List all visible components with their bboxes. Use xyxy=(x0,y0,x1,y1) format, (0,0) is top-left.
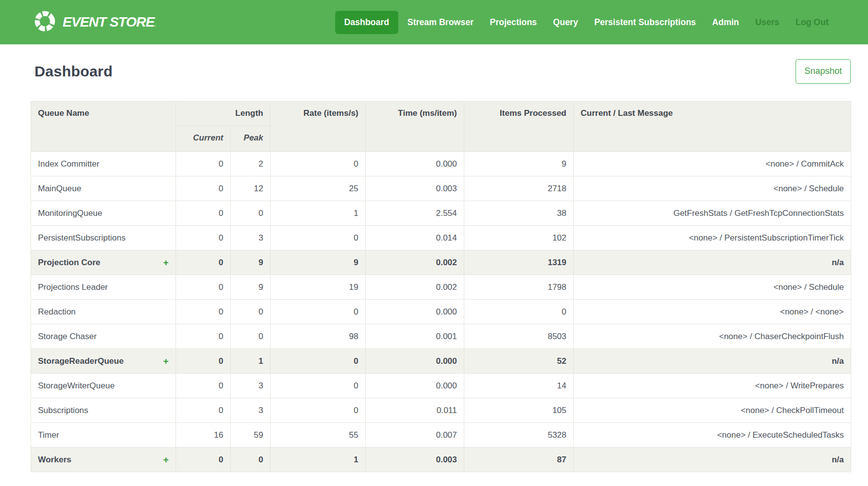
col-header-peak: Peak xyxy=(231,126,271,152)
col-header-time: Time (ms/item) xyxy=(366,102,464,152)
items-processed-cell: 2718 xyxy=(464,176,574,201)
queue-name-cell: Timer + xyxy=(31,423,176,448)
queue-name-cell: StorageWriterQueue + xyxy=(31,374,176,398)
page-content: Dashboard Snapshot Queue Name Length Rat… xyxy=(0,58,868,472)
length-current-cell: 0 xyxy=(176,349,231,374)
nav-item-admin[interactable]: Admin xyxy=(705,11,746,34)
length-current-cell: 0 xyxy=(176,275,231,300)
queue-table: Queue Name Length Rate (items/s) Time (m… xyxy=(31,101,851,472)
length-peak-cell: 2 xyxy=(231,152,271,176)
time-cell: 0.002 xyxy=(366,250,464,275)
queue-name: StorageWriterQueue xyxy=(38,381,115,391)
title-row: Dashboard Snapshot xyxy=(31,58,851,85)
items-processed-cell: 102 xyxy=(464,226,574,250)
table-row: Storage Chaser + 0 0 98 0.001 8503 <none… xyxy=(31,324,851,349)
rate-cell: 0 xyxy=(271,300,366,324)
rate-cell: 25 xyxy=(271,176,366,201)
time-cell: 0.011 xyxy=(366,398,464,423)
time-cell: 0.003 xyxy=(366,448,464,472)
snapshot-button[interactable]: Snapshot xyxy=(796,59,851,84)
time-cell: 0.003 xyxy=(366,176,464,201)
queue-name-cell: Redaction + xyxy=(31,300,176,324)
queue-table-header: Queue Name Length Rate (items/s) Time (m… xyxy=(31,102,851,152)
nav-item-users[interactable]: Users xyxy=(748,11,786,34)
nav-item-persistent-subscriptions[interactable]: Persistent Subscriptions xyxy=(588,11,703,34)
nav-item-projections[interactable]: Projections xyxy=(483,11,544,34)
length-current-cell: 0 xyxy=(176,374,231,398)
brand-trademark: . xyxy=(154,21,155,28)
length-peak-cell: 9 xyxy=(231,250,271,275)
queue-name: Redaction xyxy=(38,307,76,317)
length-current-cell: 0 xyxy=(176,300,231,324)
queue-name: MonitoringQueue xyxy=(38,208,102,218)
nav-item-log-out[interactable]: Log Out xyxy=(789,11,835,34)
page-title: Dashboard xyxy=(31,63,113,80)
message-cell: <none> / WritePrepares xyxy=(574,374,851,398)
message-cell: n/a xyxy=(574,448,851,472)
expand-plus-icon[interactable]: + xyxy=(163,258,169,267)
message-cell: n/a xyxy=(574,349,851,374)
queue-name-cell: Storage Chaser + xyxy=(31,324,176,349)
length-peak-cell: 0 xyxy=(231,300,271,324)
queue-name-cell: Workers + xyxy=(31,448,176,472)
message-cell: <none> / CommitAck xyxy=(574,152,851,176)
rate-cell: 0 xyxy=(271,226,366,250)
brand[interactable]: EVENT STORE. xyxy=(34,10,155,35)
table-row: StorageReaderQueue + 0 1 0 0.000 52 n/a xyxy=(31,349,851,374)
table-row: Projections Leader + 0 9 19 0.002 1798 <… xyxy=(31,275,851,300)
queue-name-cell: StorageReaderQueue + xyxy=(31,349,176,374)
expand-plus-icon[interactable]: + xyxy=(163,455,169,464)
rate-cell: 0 xyxy=(271,398,366,423)
items-processed-cell: 1319 xyxy=(464,250,574,275)
time-cell: 0.002 xyxy=(366,275,464,300)
rate-cell: 98 xyxy=(271,324,366,349)
table-row: Redaction + 0 0 0 0.000 0 <none> / <none… xyxy=(31,300,851,324)
message-cell: n/a xyxy=(574,250,851,275)
length-peak-cell: 3 xyxy=(231,226,271,250)
time-cell: 0.000 xyxy=(366,152,464,176)
rate-cell: 1 xyxy=(271,448,366,472)
nav-item-stream-browser[interactable]: Stream Browser xyxy=(401,11,481,34)
top-navbar: EVENT STORE. DashboardStream BrowserProj… xyxy=(0,0,868,44)
time-cell: 0.001 xyxy=(366,324,464,349)
message-cell: <none> / Schedule xyxy=(574,275,851,300)
brand-name: EVENT STORE. xyxy=(63,14,155,30)
message-cell: <none> / Schedule xyxy=(574,176,851,201)
message-cell: <none> / <none> xyxy=(574,300,851,324)
col-header-items-processed: Items Processed xyxy=(464,102,574,152)
time-cell: 0.000 xyxy=(366,300,464,324)
length-current-cell: 0 xyxy=(176,226,231,250)
queue-name-cell: Projection Core + xyxy=(31,250,176,275)
length-current-cell: 0 xyxy=(176,201,231,226)
queue-name-cell: MonitoringQueue + xyxy=(31,201,176,226)
table-row: Projection Core + 0 9 9 0.002 1319 n/a xyxy=(31,250,851,275)
length-peak-cell: 3 xyxy=(231,398,271,423)
length-current-cell: 16 xyxy=(176,423,231,448)
length-current-cell: 0 xyxy=(176,250,231,275)
length-peak-cell: 59 xyxy=(231,423,271,448)
queue-name: Timer xyxy=(38,430,59,440)
col-header-queue-name: Queue Name xyxy=(31,102,176,152)
items-processed-cell: 105 xyxy=(464,398,574,423)
items-processed-cell: 9 xyxy=(464,152,574,176)
col-header-rate: Rate (items/s) xyxy=(271,102,366,152)
length-peak-cell: 0 xyxy=(231,201,271,226)
table-row: MainQueue + 0 12 25 0.003 2718 <none> / … xyxy=(31,176,851,201)
rate-cell: 0 xyxy=(271,349,366,374)
queue-table-body: Index Committer + 0 2 0 0.000 9 <none> /… xyxy=(31,152,851,472)
table-row: Timer + 16 59 55 0.007 5328 <none> / Exe… xyxy=(31,423,851,448)
expand-plus-icon[interactable]: + xyxy=(163,356,169,366)
length-current-cell: 0 xyxy=(176,176,231,201)
rate-cell: 1 xyxy=(271,201,366,226)
items-processed-cell: 0 xyxy=(464,300,574,324)
length-current-cell: 0 xyxy=(176,398,231,423)
nav-item-dashboard[interactable]: Dashboard xyxy=(335,11,398,34)
message-cell: GetFreshStats / GetFreshTcpConnectionSta… xyxy=(574,201,851,226)
nav-item-query[interactable]: Query xyxy=(546,11,585,34)
time-cell: 0.014 xyxy=(366,226,464,250)
main-nav: DashboardStream BrowserProjectionsQueryP… xyxy=(335,11,835,34)
rate-cell: 19 xyxy=(271,275,366,300)
rate-cell: 0 xyxy=(271,152,366,176)
queue-name: MainQueue xyxy=(38,184,81,194)
queue-name-cell: MainQueue + xyxy=(31,176,176,201)
